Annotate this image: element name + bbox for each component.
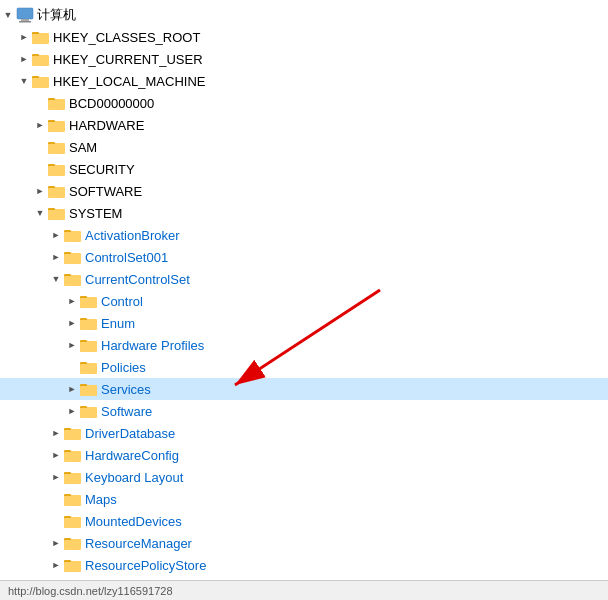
- tree-item-security[interactable]: SECURITY: [0, 158, 608, 180]
- expand-btn-computer[interactable]: ▼: [0, 7, 16, 23]
- label-hardwareconfig: HardwareConfig: [85, 448, 179, 463]
- expand-btn-enum[interactable]: ►: [64, 315, 80, 331]
- label-security: SECURITY: [69, 162, 135, 177]
- folder-icon-keyboardlayout: [64, 469, 82, 485]
- tree-item-hardware[interactable]: ► HARDWARE: [0, 114, 608, 136]
- expand-btn-resourcemanager[interactable]: ►: [48, 535, 64, 551]
- svg-rect-74: [64, 540, 81, 549]
- tree-item-maps[interactable]: Maps: [0, 488, 608, 510]
- expand-btn-controlset001[interactable]: ►: [48, 249, 64, 265]
- label-hkcr: HKEY_CLASSES_ROOT: [53, 30, 200, 45]
- label-computer: 计算机: [37, 6, 76, 24]
- expand-btn-hardwareprofiles[interactable]: ►: [64, 337, 80, 353]
- tree-item-keyboardlayout[interactable]: ► Keyboard Layout: [0, 466, 608, 488]
- tree-item-resourcepolicystore[interactable]: ► ResourcePolicyStore: [0, 554, 608, 576]
- svg-rect-59: [64, 430, 81, 439]
- tree-item-software[interactable]: ► SOFTWARE: [0, 180, 608, 202]
- expand-btn-keyboardlayout[interactable]: ►: [48, 469, 64, 485]
- svg-rect-38: [64, 276, 81, 285]
- folder-icon-resourcemanager: [64, 535, 82, 551]
- tree-item-hkcr[interactable]: ► HKEY_CLASSES_ROOT: [0, 26, 608, 48]
- tree-item-services[interactable]: ► Services: [0, 378, 608, 400]
- folder-icon-bcd: [48, 95, 66, 111]
- label-controlset001: ControlSet001: [85, 250, 168, 265]
- expand-btn-hklm[interactable]: ▼: [16, 73, 32, 89]
- expand-btn-activationbroker[interactable]: ►: [48, 227, 64, 243]
- folder-icon-controlset001: [64, 249, 82, 265]
- tree-item-currentcontrolset[interactable]: ▼ CurrentControlSet: [0, 268, 608, 290]
- expand-btn-softwaresub[interactable]: ►: [64, 403, 80, 419]
- label-driverdatabase: DriverDatabase: [85, 426, 175, 441]
- expand-btn-services[interactable]: ►: [64, 381, 80, 397]
- svg-rect-77: [64, 562, 81, 571]
- label-resourcemanager: ResourceManager: [85, 536, 192, 551]
- folder-icon-hkcr: [32, 29, 50, 45]
- folder-icon-driverdatabase: [64, 425, 82, 441]
- label-resourcepolicystore: ResourcePolicyStore: [85, 558, 206, 573]
- label-enum: Enum: [101, 316, 135, 331]
- svg-rect-47: [80, 342, 97, 351]
- registry-tree[interactable]: ▼ 计算机► HKEY_CLASSES_ROOT► HKEY_CURRENT_U…: [0, 0, 608, 580]
- expand-btn-hardwareconfig[interactable]: ►: [48, 447, 64, 463]
- expand-btn-currentcontrolset[interactable]: ▼: [48, 271, 64, 287]
- status-url: http://blog.csdn.net/lzy116591728: [8, 585, 173, 597]
- label-hklm: HKEY_LOCAL_MACHINE: [53, 74, 205, 89]
- label-softwaresub: Software: [101, 404, 152, 419]
- expand-btn-hkcr[interactable]: ►: [16, 29, 32, 45]
- svg-rect-14: [48, 100, 65, 109]
- folder-icon-hardwareconfig: [64, 447, 82, 463]
- svg-rect-26: [48, 188, 65, 197]
- folder-icon-software: [48, 183, 66, 199]
- tree-item-system[interactable]: ▼ SYSTEM: [0, 202, 608, 224]
- tree-item-hklm[interactable]: ▼ HKEY_LOCAL_MACHINE: [0, 70, 608, 92]
- expand-btn-control[interactable]: ►: [64, 293, 80, 309]
- label-system: SYSTEM: [69, 206, 122, 221]
- folder-icon-computer: [16, 7, 34, 23]
- svg-rect-35: [64, 254, 81, 263]
- tree-item-enum[interactable]: ► Enum: [0, 312, 608, 334]
- tree-item-bcd[interactable]: BCD00000000: [0, 92, 608, 114]
- label-hardware: HARDWARE: [69, 118, 144, 133]
- svg-rect-68: [64, 496, 81, 505]
- tree-item-driverdatabase[interactable]: ► DriverDatabase: [0, 422, 608, 444]
- tree-item-policies[interactable]: Policies: [0, 356, 608, 378]
- svg-rect-5: [32, 34, 49, 43]
- expand-btn-system[interactable]: ▼: [32, 205, 48, 221]
- folder-icon-security: [48, 161, 66, 177]
- label-sam: SAM: [69, 140, 97, 155]
- tree-item-controlset001[interactable]: ► ControlSet001: [0, 246, 608, 268]
- label-policies: Policies: [101, 360, 146, 375]
- expand-btn-software[interactable]: ►: [32, 183, 48, 199]
- folder-icon-rng: [64, 579, 82, 580]
- tree-item-activationbroker[interactable]: ► ActivationBroker: [0, 224, 608, 246]
- folder-icon-hklm: [32, 73, 50, 89]
- tree-item-control[interactable]: ► Control: [0, 290, 608, 312]
- svg-rect-2: [19, 21, 31, 23]
- tree-item-resourcemanager[interactable]: ► ResourceManager: [0, 532, 608, 554]
- svg-rect-11: [32, 78, 49, 87]
- expand-btn-resourcepolicystore[interactable]: ►: [48, 557, 64, 573]
- svg-rect-41: [80, 298, 97, 307]
- label-hkcu: HKEY_CURRENT_USER: [53, 52, 203, 67]
- svg-rect-23: [48, 166, 65, 175]
- svg-rect-20: [48, 144, 65, 153]
- tree-item-mounteddevices[interactable]: MountedDevices: [0, 510, 608, 532]
- label-currentcontrolset: CurrentControlSet: [85, 272, 190, 287]
- svg-rect-53: [80, 386, 97, 395]
- expand-btn-hardware[interactable]: ►: [32, 117, 48, 133]
- label-mounteddevices: MountedDevices: [85, 514, 182, 529]
- expand-btn-hkcu[interactable]: ►: [16, 51, 32, 67]
- expand-btn-driverdatabase[interactable]: ►: [48, 425, 64, 441]
- tree-item-hkcu[interactable]: ► HKEY_CURRENT_USER: [0, 48, 608, 70]
- tree-item-hardwareprofiles[interactable]: ► Hardware Profiles: [0, 334, 608, 356]
- tree-item-softwaresub[interactable]: ► Software: [0, 400, 608, 422]
- tree-item-hardwareconfig[interactable]: ► HardwareConfig: [0, 444, 608, 466]
- tree-item-sam[interactable]: SAM: [0, 136, 608, 158]
- svg-rect-50: [80, 364, 97, 373]
- label-services: Services: [101, 382, 151, 397]
- label-activationbroker: ActivationBroker: [85, 228, 180, 243]
- tree-item-computer[interactable]: ▼ 计算机: [0, 4, 608, 26]
- svg-rect-1: [21, 19, 29, 21]
- folder-icon-activationbroker: [64, 227, 82, 243]
- label-control: Control: [101, 294, 143, 309]
